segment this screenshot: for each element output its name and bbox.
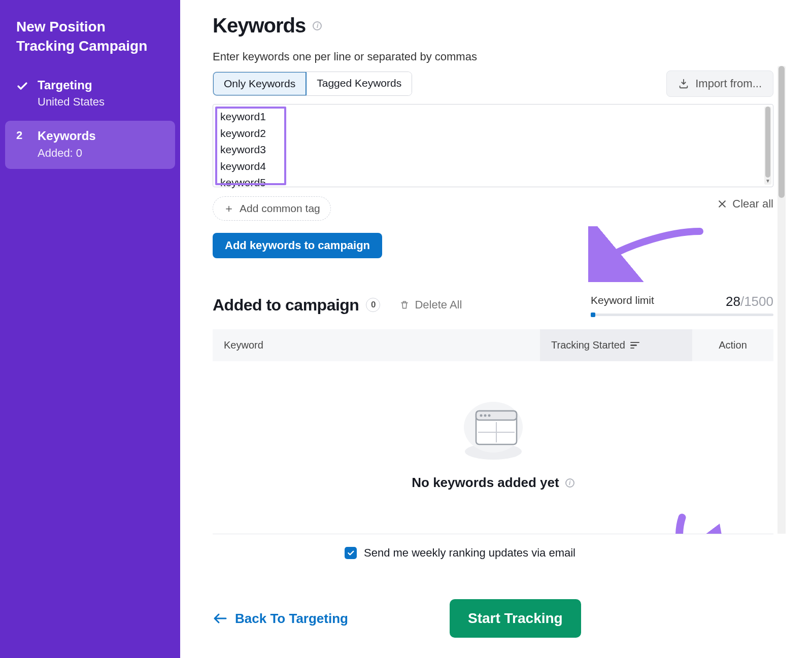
col-action: Action bbox=[692, 329, 773, 361]
email-updates-row[interactable]: Send me weekly ranking updates via email bbox=[345, 546, 773, 560]
limit-used: 28 bbox=[726, 294, 740, 309]
arrow-left-icon bbox=[213, 612, 227, 625]
svg-point-5 bbox=[484, 414, 486, 417]
keyword-textarea[interactable]: keyword1 keyword2 keyword3 keyword4 keyw… bbox=[213, 104, 773, 187]
start-tracking-button[interactable]: Start Tracking bbox=[450, 599, 581, 638]
add-common-tag-button[interactable]: ＋ Add common tag bbox=[213, 196, 331, 221]
trash-icon bbox=[399, 299, 410, 310]
close-icon bbox=[717, 199, 727, 209]
email-label: Send me weekly ranking updates via email bbox=[364, 546, 576, 560]
sort-desc-icon bbox=[630, 342, 639, 349]
download-icon bbox=[678, 78, 689, 89]
footer: Send me weekly ranking updates via email… bbox=[213, 534, 773, 658]
info-icon[interactable]: i bbox=[313, 21, 322, 30]
page-title-text: Keywords bbox=[213, 14, 306, 37]
annotation-arrow bbox=[588, 226, 705, 282]
col-keyword[interactable]: Keyword bbox=[213, 329, 540, 361]
chevron-down-icon[interactable]: ▼ bbox=[764, 178, 771, 184]
delete-all-label: Delete All bbox=[415, 298, 462, 311]
main: Keywords i Enter keywords one per line o… bbox=[180, 0, 812, 658]
scroll-thumb[interactable] bbox=[779, 66, 785, 198]
tab-only-keywords[interactable]: Only Keywords bbox=[213, 72, 307, 96]
step-sub: Added: 0 bbox=[38, 147, 164, 160]
step-label: Targeting bbox=[38, 78, 164, 93]
import-button[interactable]: Import from... bbox=[666, 71, 773, 97]
add-keywords-button[interactable]: Add keywords to campaign bbox=[213, 233, 382, 258]
helper-text: Enter keywords one per line or separated… bbox=[213, 50, 786, 63]
sidebar: New Position Tracking Campaign Targeting… bbox=[0, 0, 180, 658]
step-sub: United States bbox=[38, 95, 164, 109]
annotation-arrow bbox=[667, 512, 728, 534]
back-to-targeting-link[interactable]: Back To Targeting bbox=[213, 611, 348, 627]
limit-total: /1500 bbox=[740, 294, 773, 309]
tab-tagged-keywords[interactable]: Tagged Keywords bbox=[306, 72, 412, 95]
limit-numbers: 28/1500 bbox=[726, 294, 773, 309]
check-icon bbox=[16, 78, 31, 109]
sidebar-step-targeting[interactable]: Targeting United States bbox=[5, 70, 175, 118]
keyword-limit: Keyword limit 28/1500 bbox=[591, 294, 773, 316]
delete-all-button[interactable]: Delete All bbox=[399, 298, 462, 311]
step-number: 2 bbox=[16, 129, 31, 160]
col-ts-label: Tracking Started bbox=[551, 339, 625, 351]
step-label: Keywords bbox=[38, 129, 164, 144]
empty-state: No keywords added yet i bbox=[213, 397, 773, 491]
scrollbar[interactable] bbox=[777, 66, 786, 534]
back-label: Back To Targeting bbox=[235, 611, 348, 627]
keyword-lines: keyword1 keyword2 keyword3 keyword4 keyw… bbox=[220, 109, 266, 191]
plus-icon: ＋ bbox=[223, 201, 234, 216]
checkbox-checked-icon[interactable] bbox=[345, 547, 357, 559]
added-title-text: Added to campaign bbox=[213, 296, 359, 315]
sidebar-title: New Position Tracking Campaign bbox=[5, 17, 175, 70]
info-icon[interactable]: i bbox=[565, 478, 574, 488]
limit-progress bbox=[591, 314, 773, 316]
keyword-mode-toggle: Only Keywords Tagged Keywords bbox=[213, 72, 412, 96]
import-label: Import from... bbox=[695, 77, 762, 90]
empty-illustration-icon bbox=[458, 397, 529, 463]
added-title: Added to campaign 0 bbox=[213, 296, 380, 315]
sidebar-step-keywords[interactable]: 2 Keywords Added: 0 bbox=[5, 121, 175, 169]
limit-label: Keyword limit bbox=[591, 294, 654, 306]
svg-point-4 bbox=[480, 414, 482, 417]
add-tag-label: Add common tag bbox=[240, 202, 320, 215]
empty-title: No keywords added yet i bbox=[412, 475, 574, 491]
clear-all-button[interactable]: Clear all bbox=[717, 197, 773, 211]
scroll-thumb[interactable] bbox=[765, 107, 770, 178]
empty-title-text: No keywords added yet bbox=[412, 475, 559, 491]
table-header: Keyword Tracking Started Action bbox=[213, 329, 773, 361]
page-title: Keywords i bbox=[213, 14, 786, 37]
col-tracking-started[interactable]: Tracking Started bbox=[540, 329, 692, 361]
svg-point-6 bbox=[488, 414, 490, 417]
textarea-scrollbar[interactable]: ▼ bbox=[764, 107, 771, 185]
added-count-badge: 0 bbox=[366, 298, 380, 312]
clear-all-label: Clear all bbox=[732, 197, 773, 211]
